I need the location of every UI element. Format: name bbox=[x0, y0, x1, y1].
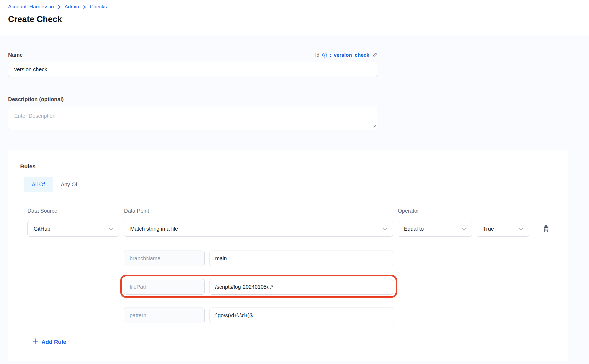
pattern-input[interactable] bbox=[210, 308, 393, 323]
rule-row: Data Source Data Point Operator GitHub M… bbox=[27, 208, 556, 237]
plus-icon bbox=[32, 338, 38, 345]
breadcrumb-checks-link[interactable]: Checks bbox=[90, 4, 107, 10]
breadcrumb-account-link[interactable]: Account: Harness.io bbox=[8, 4, 54, 10]
param-row-branchname: branchName bbox=[124, 251, 393, 266]
param-row-pattern: pattern bbox=[124, 308, 393, 323]
name-label: Name bbox=[8, 52, 23, 58]
rules-card: Rules All Of Any Of Data Source Data Poi… bbox=[8, 150, 568, 361]
description-field bbox=[8, 107, 378, 131]
info-icon[interactable] bbox=[322, 52, 327, 58]
name-input[interactable] bbox=[8, 62, 378, 77]
operator-select[interactable]: Equal to bbox=[398, 221, 472, 237]
id-display: Id : version_check bbox=[315, 52, 378, 58]
id-label: Id bbox=[315, 52, 320, 58]
edit-pencil-icon[interactable] bbox=[372, 52, 378, 58]
description-label: Description (optional) bbox=[8, 96, 581, 102]
description-textarea[interactable] bbox=[8, 107, 378, 130]
add-rule-label: Add Rule bbox=[41, 339, 66, 345]
id-value-link[interactable]: version_check bbox=[334, 52, 369, 58]
breadcrumb-admin-link[interactable]: Admin bbox=[65, 4, 79, 10]
operator-operand-select[interactable]: True bbox=[477, 221, 529, 237]
name-id-row: Name Id : version_check bbox=[8, 52, 378, 58]
operator-operand-value: True bbox=[483, 226, 494, 232]
chevron-right-icon bbox=[83, 5, 86, 9]
id-separator: : bbox=[330, 52, 331, 58]
chevron-right-icon bbox=[57, 5, 61, 9]
branchname-input[interactable] bbox=[210, 251, 393, 266]
chevron-down-icon bbox=[519, 226, 523, 232]
chevron-down-icon bbox=[109, 226, 113, 232]
data-source-value: GitHub bbox=[34, 226, 50, 232]
form-content: Name Id : version_check Description (opt… bbox=[0, 52, 589, 361]
data-point-select[interactable]: Match string in a file bbox=[124, 221, 393, 237]
chevron-down-icon bbox=[462, 226, 466, 232]
breadcrumb: Account: Harness.io Admin Checks bbox=[8, 4, 581, 10]
rules-condition-toggle: All Of Any Of bbox=[24, 177, 556, 192]
data-point-label: Data Point bbox=[124, 208, 393, 214]
trash-icon bbox=[542, 224, 551, 234]
chevron-down-icon bbox=[382, 226, 387, 232]
data-source-label: Data Source bbox=[27, 208, 119, 214]
delete-rule-button[interactable] bbox=[542, 224, 556, 234]
operator-label: Operator bbox=[398, 208, 556, 214]
all-of-button[interactable]: All Of bbox=[24, 177, 53, 192]
operator-value: Equal to bbox=[404, 226, 424, 232]
data-point-value: Match string in a file bbox=[130, 226, 178, 232]
data-point-params: branchName filePath pattern bbox=[124, 251, 393, 323]
create-check-page: Account: Harness.io Admin Checks Create … bbox=[0, 0, 589, 361]
param-key-branchname: branchName bbox=[124, 251, 205, 266]
param-key-pattern: pattern bbox=[124, 308, 205, 323]
any-of-button[interactable]: Any Of bbox=[53, 177, 85, 192]
page-title: Create Check bbox=[8, 15, 581, 24]
page-header: Account: Harness.io Admin Checks Create … bbox=[0, 0, 589, 35]
resize-grip-icon[interactable] bbox=[372, 124, 376, 129]
data-source-select[interactable]: GitHub bbox=[27, 221, 119, 237]
param-row-filepath: filePath bbox=[124, 279, 393, 295]
add-rule-button[interactable]: Add Rule bbox=[32, 338, 66, 345]
filepath-input[interactable] bbox=[210, 279, 393, 295]
rules-heading: Rules bbox=[20, 163, 556, 170]
param-key-filepath: filePath bbox=[124, 279, 205, 295]
